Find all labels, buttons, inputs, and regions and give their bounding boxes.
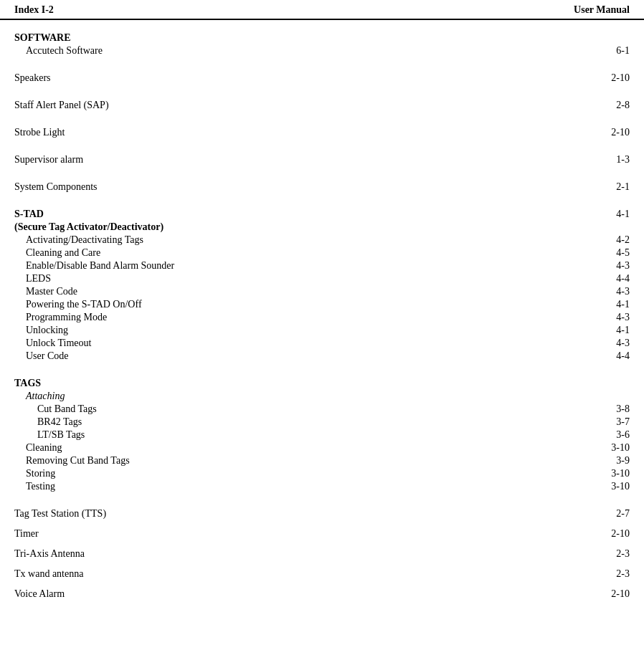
entry-stad-7: Powering the S-TAD On/Off4-1 [14, 298, 630, 311]
entry-label-stad-3: Cleaning and Care [14, 247, 587, 259]
spacer-after-system [14, 201, 630, 208]
spacer-after-strobe [14, 146, 630, 153]
page-header: Index I-2 User Manual [0, 0, 644, 20]
entry-value-stad-8: 4-3 [587, 312, 630, 323]
entry-staff-alert-0: Staff Alert Panel (SAP)2-8 [14, 99, 630, 112]
entry-system-0: System Components2-1 [14, 181, 630, 193]
entry-label-tags-7: Storing [14, 468, 587, 479]
entry-value-stad-7: 4-1 [587, 299, 630, 310]
entry-label-staff-alert-0: Staff Alert Panel (SAP) [14, 100, 587, 111]
section-supervisor: Supervisor alarm1-3 [14, 153, 630, 166]
entry-label-tags-3: BR42 Tags [14, 416, 587, 428]
entry-value-tags-7: 3-10 [587, 468, 630, 479]
entry-value-tags-5: 3-10 [587, 442, 630, 454]
entry-label-stad-0: S-TAD [14, 209, 587, 220]
entry-label-software-1: Accutech Software [14, 45, 587, 57]
entry-tags-8: Testing3-10 [14, 480, 630, 493]
spacer-after-tags [14, 500, 630, 507]
entry-value-tags-6: 3-9 [587, 455, 630, 467]
entry-value-system-0: 2-1 [587, 181, 630, 193]
entry-tags-4: LT/SB Tags3-6 [14, 429, 630, 441]
entry-stad-4: Enable/Disable Band Alarm Sounder4-3 [14, 259, 630, 272]
entry-tags-2: Cut Band Tags3-8 [14, 403, 630, 416]
entry-value-stad-5: 4-4 [587, 273, 630, 285]
entry-tags-5: Cleaning3-10 [14, 441, 630, 454]
entry-label-stad-1: (Secure Tag Activator/Deactivator) [14, 221, 587, 233]
section-txwand: Tx wand antenna2-3 [14, 568, 630, 580]
entry-label-stad-7: Powering the S-TAD On/Off [14, 299, 587, 310]
spacer-after-software [14, 64, 630, 72]
entry-value-stad-10: 4-3 [587, 338, 630, 349]
entry-label-strobe-0: Strobe Light [14, 127, 587, 138]
entry-label-system-0: System Components [14, 181, 587, 193]
entry-value-timer-0: 2-10 [587, 528, 630, 540]
entry-label-stad-9: Unlocking [14, 325, 587, 336]
entry-stad-10: Unlock Timeout4-3 [14, 337, 630, 350]
header-right: User Manual [574, 4, 630, 16]
section-timer: Timer2-10 [14, 527, 630, 540]
entry-label-stad-10: Unlock Timeout [14, 338, 587, 349]
entry-stad-11: User Code4-4 [14, 350, 630, 363]
entry-value-stad-6: 4-3 [587, 286, 630, 297]
entry-triaxis-0: Tri-Axis Antenna2-3 [14, 548, 630, 560]
entry-label-stad-2: Activating/Deactivating Tags [14, 234, 587, 246]
entry-timer-0: Timer2-10 [14, 527, 630, 540]
entry-label-tags-2: Cut Band Tags [14, 403, 587, 415]
entry-tags-1: Attaching [14, 390, 630, 403]
entry-value-txwand-0: 2-3 [587, 568, 630, 580]
entry-label-tags-0: TAGS [14, 378, 587, 389]
entry-label-tags-5: Cleaning [14, 442, 587, 454]
entry-value-tags-2: 3-8 [587, 403, 630, 415]
entry-label-txwand-0: Tx wand antenna [14, 568, 587, 580]
header-left: Index I-2 [14, 4, 54, 16]
entry-label-stad-4: Enable/Disable Band Alarm Sounder [14, 260, 587, 272]
entry-stad-0: S-TAD4-1 [14, 208, 630, 221]
entry-stad-9: Unlocking4-1 [14, 324, 630, 337]
section-strobe: Strobe Light2-10 [14, 126, 630, 139]
section-system: System Components2-1 [14, 181, 630, 193]
section-tts: Tag Test Station (TTS)2-7 [14, 507, 630, 520]
section-software: SOFTWAREAccutech Software6-1 [14, 32, 630, 57]
section-voice: Voice Alarm2-10 [14, 588, 630, 601]
spacer-after-staff-alert [14, 119, 630, 126]
main-content: SOFTWAREAccutech Software6-1Speakers2-10… [0, 32, 644, 622]
entry-value-tags-8: 3-10 [587, 481, 630, 492]
section-stad: S-TAD4-1(Secure Tag Activator/Deactivato… [14, 208, 630, 363]
entry-stad-6: Master Code4-3 [14, 285, 630, 298]
spacer-after-stad [14, 370, 630, 377]
entry-label-voice-0: Voice Alarm [14, 588, 587, 600]
entry-tags-3: BR42 Tags3-7 [14, 416, 630, 429]
entry-value-strobe-0: 2-10 [587, 127, 630, 138]
entry-speakers-0: Speakers2-10 [14, 72, 630, 85]
entry-stad-5: LEDS4-4 [14, 272, 630, 285]
entry-label-stad-6: Master Code [14, 286, 587, 297]
entry-label-stad-5: LEDS [14, 273, 587, 285]
entry-software-0: SOFTWARE [14, 32, 630, 44]
entry-value-triaxis-0: 2-3 [587, 548, 630, 560]
entry-tags-7: Storing3-10 [14, 467, 630, 480]
spacer-after-speakers [14, 92, 630, 99]
entry-value-stad-4: 4-3 [587, 260, 630, 272]
entry-value-speakers-0: 2-10 [587, 72, 630, 84]
entry-value-stad-9: 4-1 [587, 325, 630, 336]
entry-value-supervisor-0: 1-3 [587, 154, 630, 166]
entry-supervisor-0: Supervisor alarm1-3 [14, 153, 630, 166]
entry-label-tags-8: Testing [14, 481, 587, 492]
spacer-after-supervisor [14, 173, 630, 181]
entry-txwand-0: Tx wand antenna2-3 [14, 568, 630, 580]
entry-value-staff-alert-0: 2-8 [587, 100, 630, 111]
entry-label-triaxis-0: Tri-Axis Antenna [14, 548, 587, 560]
entry-value-stad-2: 4-2 [587, 234, 630, 246]
entry-stad-8: Programming Mode4-3 [14, 311, 630, 324]
section-tags: TAGSAttachingCut Band Tags3-8BR42 Tags3-… [14, 377, 630, 493]
entry-tags-0: TAGS [14, 377, 630, 390]
entry-value-stad-11: 4-4 [587, 350, 630, 362]
entry-label-timer-0: Timer [14, 528, 587, 540]
entry-value-voice-0: 2-10 [587, 588, 630, 600]
entry-software-1: Accutech Software6-1 [14, 44, 630, 57]
entry-strobe-0: Strobe Light2-10 [14, 126, 630, 139]
entry-value-tags-4: 3-6 [587, 429, 630, 441]
entry-tts-0: Tag Test Station (TTS)2-7 [14, 507, 630, 520]
entry-stad-3: Cleaning and Care4-5 [14, 247, 630, 259]
entry-value-stad-3: 4-5 [587, 247, 630, 259]
